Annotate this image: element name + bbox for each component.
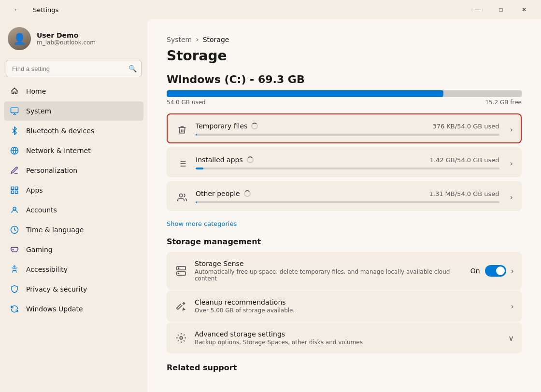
sidebar-item-network[interactable]: Network & internet xyxy=(4,141,143,160)
storage-bar-track xyxy=(167,90,522,97)
cleanup-mgmt-right: › xyxy=(511,302,514,311)
storage-bar-fill xyxy=(167,90,443,97)
update-icon xyxy=(10,304,19,314)
breadcrumb: System › Storage xyxy=(167,35,522,44)
people-item-icon xyxy=(175,191,189,204)
sidebar-item-label-home: Home xyxy=(26,87,46,95)
breadcrumb-separator: › xyxy=(196,35,199,44)
people-chevron-icon: › xyxy=(510,193,513,202)
home-icon xyxy=(10,86,19,96)
avatar: 👤 xyxy=(8,27,31,50)
close-button[interactable]: ✕ xyxy=(513,2,535,17)
search-input[interactable] xyxy=(6,60,142,77)
people-item-content: Other people1.31 MB/54.0 GB used xyxy=(196,190,499,203)
sidebar-item-accounts[interactable]: Accounts xyxy=(4,200,143,220)
related-support-title: Related support xyxy=(167,363,522,372)
back-button[interactable]: ← xyxy=(6,2,28,17)
sidebar-item-home[interactable]: Home xyxy=(4,82,143,101)
sidebar-item-apps[interactable]: Apps xyxy=(4,181,143,200)
svg-point-15 xyxy=(179,194,183,197)
sidebar-item-label-accounts: Accounts xyxy=(26,206,57,214)
svg-rect-0 xyxy=(11,108,18,113)
avatar-image: 👤 xyxy=(8,27,31,50)
advanced-mgmt-content: Advanced storage settingsBackup options,… xyxy=(195,330,501,346)
temp-chevron-icon: › xyxy=(510,125,513,134)
maximize-button[interactable]: □ xyxy=(490,2,512,17)
drive-label: Windows (C:) - 69.3 GB xyxy=(167,73,522,85)
sidebar-item-label-update: Windows Update xyxy=(26,305,83,313)
storage-bar: 54.0 GB used 15.2 GB free xyxy=(167,90,522,106)
apps-item-name: Installed apps xyxy=(196,156,254,164)
cleanup-mgmt-content: Cleanup recommendationsOver 5.00 GB of s… xyxy=(195,298,504,314)
accounts-icon xyxy=(10,205,19,215)
svg-rect-4 xyxy=(11,191,14,194)
storage-item-apps[interactable]: Installed apps1.42 GB/54.0 GB used› xyxy=(167,147,522,177)
app-body: 👤 User Demo m_lab@outlook.com 🔍 HomeSyst… xyxy=(0,19,541,392)
user-profile[interactable]: 👤 User Demo m_lab@outlook.com xyxy=(4,19,143,58)
storage-sense-chevron-icon: › xyxy=(511,266,514,276)
advanced-mgmt-desc: Backup options, Storage Spaces, other di… xyxy=(195,339,501,346)
search-icon: 🔍 xyxy=(128,65,137,72)
sidebar-item-privacy[interactable]: Privacy & security xyxy=(4,280,143,299)
management-item-advanced[interactable]: Advanced storage settingsBackup options,… xyxy=(167,322,522,353)
management-item-cleanup[interactable]: Cleanup recommendationsOver 5.00 GB of s… xyxy=(167,291,522,322)
apps-chevron-icon: › xyxy=(510,159,513,168)
cleanup-mgmt-desc: Over 5.00 GB of storage available. xyxy=(195,307,504,314)
sidebar-item-label-apps: Apps xyxy=(26,186,43,194)
people-item-size: 1.31 MB/54.0 GB used xyxy=(429,190,499,197)
advanced-mgmt-icon xyxy=(174,331,188,345)
cleanup-mgmt-icon xyxy=(174,299,188,313)
temp-item-icon xyxy=(175,123,189,137)
used-label: 54.0 GB used xyxy=(167,99,206,106)
cleanup-chevron-icon: › xyxy=(511,302,514,311)
system-icon xyxy=(10,106,19,116)
svg-point-6 xyxy=(13,207,16,210)
svg-point-20 xyxy=(180,336,183,339)
titlebar: ← Settings — □ ✕ xyxy=(0,0,541,19)
bluetooth-icon xyxy=(10,126,19,136)
accessibility-icon xyxy=(10,265,19,274)
minimize-button[interactable]: — xyxy=(467,2,489,17)
user-name: User Demo xyxy=(37,31,96,39)
storage-sense-mgmt-content: Storage SenseAutomatically free up space… xyxy=(195,260,464,282)
temp-item-name: Temporary files xyxy=(196,122,258,130)
storage-item-people[interactable]: Other people1.31 MB/54.0 GB used› xyxy=(167,181,522,211)
sidebar-item-label-gaming: Gaming xyxy=(26,246,53,253)
advanced-mgmt-name: Advanced storage settings xyxy=(195,330,501,338)
management-items-list: Storage SenseAutomatically free up space… xyxy=(167,252,522,353)
svg-rect-5 xyxy=(15,191,18,194)
sidebar-item-time[interactable]: Time & language xyxy=(4,220,143,239)
temp-spinner xyxy=(251,123,258,129)
storage-sense-toggle-thumb xyxy=(496,266,505,275)
svg-point-19 xyxy=(178,273,179,274)
gaming-icon xyxy=(10,245,19,254)
user-email: m_lab@outlook.com xyxy=(37,39,96,46)
sidebar-item-bluetooth[interactable]: Bluetooth & devices xyxy=(4,121,143,140)
sidebar-item-gaming[interactable]: Gaming xyxy=(4,240,143,259)
sidebar: 👤 User Demo m_lab@outlook.com 🔍 HomeSyst… xyxy=(0,19,147,392)
sidebar-item-system[interactable]: System xyxy=(4,101,143,121)
apps-item-content: Installed apps1.42 GB/54.0 GB used xyxy=(196,156,499,169)
apps-item-size: 1.42 GB/54.0 GB used xyxy=(430,156,499,164)
user-info: User Demo m_lab@outlook.com xyxy=(37,31,96,46)
storage-sense-toggle[interactable] xyxy=(485,265,506,277)
sidebar-item-label-bluetooth: Bluetooth & devices xyxy=(26,127,94,135)
sidebar-item-label-personalization: Personalization xyxy=(26,167,77,174)
cleanup-mgmt-name: Cleanup recommendations xyxy=(195,298,504,306)
page-title: Storage xyxy=(167,48,522,64)
sidebar-item-label-network: Network & internet xyxy=(26,147,91,154)
show-more-link[interactable]: Show more categories xyxy=(167,220,237,227)
storage-labels: 54.0 GB used 15.2 GB free xyxy=(167,99,522,106)
storage-sense-mgmt-name: Storage Sense xyxy=(195,260,464,267)
temp-item-size: 376 KB/54.0 GB used xyxy=(432,123,499,130)
sidebar-item-label-accessibility: Accessibility xyxy=(26,266,68,273)
sidebar-item-personalization[interactable]: Personalization xyxy=(4,161,143,180)
sidebar-item-label-system: System xyxy=(26,107,51,115)
storage-item-temp[interactable]: Temporary files376 KB/54.0 GB used› xyxy=(167,113,522,143)
sidebar-item-accessibility[interactable]: Accessibility xyxy=(4,260,143,279)
sidebar-item-update[interactable]: Windows Update xyxy=(4,299,143,319)
storage-sense-mgmt-right: On› xyxy=(470,265,514,277)
temp-item-content: Temporary files376 KB/54.0 GB used xyxy=(196,122,499,136)
management-item-storage-sense[interactable]: Storage SenseAutomatically free up space… xyxy=(167,252,522,290)
storage-sense-mgmt-icon xyxy=(174,264,188,278)
